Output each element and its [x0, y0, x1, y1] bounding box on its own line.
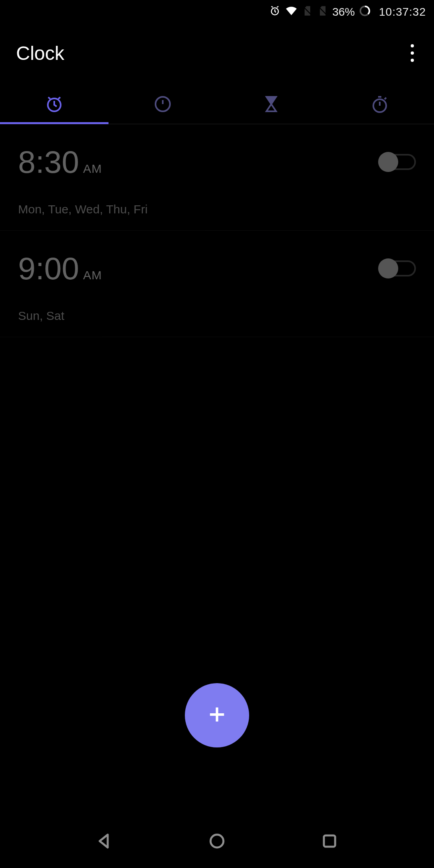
nav-recents-button[interactable]	[317, 830, 342, 854]
alarm-ampm: AM	[83, 269, 102, 281]
alarm-toggle[interactable]	[381, 154, 416, 170]
alarm-days: Mon, Tue, Wed, Thu, Fri	[18, 203, 416, 216]
alarm-time-value: 9:00	[18, 253, 79, 284]
tab-alarm[interactable]	[0, 86, 108, 124]
alarm-time-value: 8:30	[18, 146, 79, 178]
wifi-icon	[285, 4, 298, 20]
status-time: 10:37:32	[379, 6, 426, 18]
alarm-status-icon	[269, 5, 281, 20]
alarm-row[interactable]: 8:30 AM Mon, Tue, Wed, Thu, Fri	[0, 124, 434, 231]
sim-disabled-icon-2	[317, 5, 328, 19]
alarm-list: 8:30 AM Mon, Tue, Wed, Thu, Fri 9:00 AM …	[0, 124, 434, 337]
recents-icon	[320, 831, 339, 852]
nav-back-button[interactable]	[92, 830, 117, 854]
alarm-icon	[45, 94, 64, 115]
back-icon	[95, 831, 114, 852]
alarm-toggle[interactable]	[381, 260, 416, 276]
alarm-row[interactable]: 9:00 AM Sun, Sat	[0, 231, 434, 337]
tab-clock[interactable]	[108, 86, 217, 124]
hourglass-icon	[262, 94, 281, 115]
system-nav-bar	[0, 816, 434, 868]
tab-timer[interactable]	[217, 86, 326, 124]
sim-disabled-icon	[302, 5, 313, 19]
status-bar: 36% 10:37:32	[0, 0, 434, 24]
app-header: Clock	[0, 24, 434, 86]
tab-stopwatch[interactable]	[326, 86, 434, 124]
alarm-ampm: AM	[83, 163, 102, 175]
alarm-time: 8:30 AM	[18, 146, 102, 178]
alarm-time: 9:00 AM	[18, 253, 102, 284]
plus-icon	[205, 702, 229, 728]
clock-icon	[153, 94, 172, 115]
stopwatch-icon	[370, 94, 389, 115]
overflow-menu-button[interactable]	[407, 40, 418, 66]
home-icon	[207, 831, 227, 852]
tab-bar	[0, 86, 434, 124]
add-alarm-button[interactable]	[185, 683, 249, 747]
svg-point-5	[211, 835, 223, 848]
alarm-days: Sun, Sat	[18, 309, 416, 323]
battery-ring-icon	[359, 5, 371, 20]
svg-rect-6	[324, 835, 335, 847]
toggle-knob	[378, 152, 398, 172]
toggle-knob	[378, 258, 398, 278]
page-title: Clock	[16, 42, 64, 64]
status-icons: 36%	[269, 4, 371, 20]
nav-home-button[interactable]	[205, 830, 229, 854]
battery-pct-text: 36%	[332, 6, 355, 18]
